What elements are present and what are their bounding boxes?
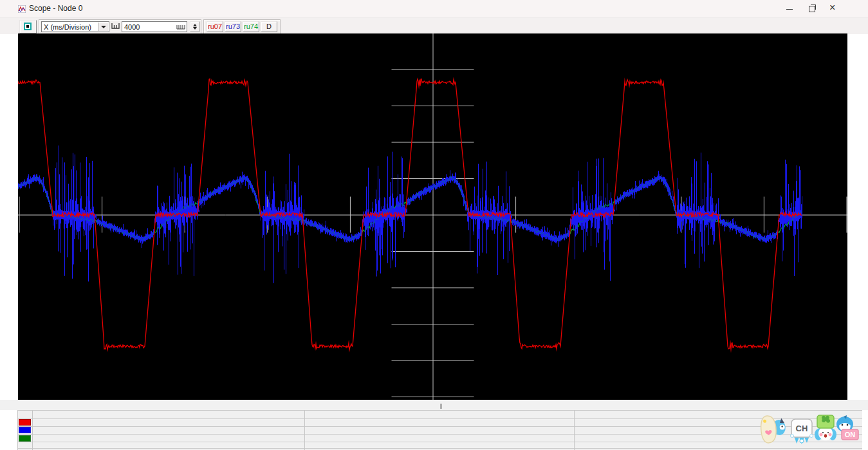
x-axis-select[interactable]: X (ms/Division)	[41, 21, 109, 32]
ruler-small-icon	[176, 24, 185, 30]
channel-button-d[interactable]: D	[261, 21, 277, 32]
toolbar: X (ms/Division) ru07 ru73 ru74 D	[0, 18, 868, 34]
stop-button[interactable]	[19, 20, 37, 33]
channel-button-ru07[interactable]: ru07	[207, 21, 223, 32]
channel-label: ru73	[226, 23, 240, 30]
ruler-icon	[111, 23, 120, 30]
sticker-heart-sign[interactable]	[759, 414, 788, 444]
spinner-up-icon	[193, 24, 197, 26]
minimize-button[interactable]	[780, 0, 799, 17]
close-button[interactable]: ×	[824, 0, 844, 17]
channel-button-ru74[interactable]: ru74	[243, 21, 259, 32]
channel-label: ru74	[244, 23, 258, 30]
stop-icon	[24, 23, 32, 30]
table-divider	[304, 410, 305, 450]
division-input[interactable]	[123, 23, 174, 31]
channel-label: D	[266, 23, 272, 30]
table-divider	[17, 410, 18, 450]
channel-swatch-green[interactable]	[19, 435, 31, 442]
spinner-down-icon	[193, 27, 197, 30]
scope-canvas[interactable]	[18, 33, 847, 400]
chevron-down-icon[interactable]	[98, 23, 108, 31]
table-line	[17, 448, 862, 449]
restore-button[interactable]	[802, 0, 822, 17]
axis-settings-group: X (ms/Division)	[39, 19, 201, 34]
table-line	[17, 418, 862, 419]
division-spinner[interactable]	[190, 21, 199, 32]
division-input-wrap	[122, 21, 187, 32]
sticker-on-label: ON	[845, 431, 856, 438]
sticker-ch-sign[interactable]: CH	[789, 417, 815, 445]
sticker-on-sign[interactable]: ON	[834, 415, 861, 444]
channel-swatch-red[interactable]	[19, 419, 31, 426]
table-divider	[574, 410, 575, 450]
table-line	[17, 410, 862, 411]
titlebar: Scope - Node 0 ×	[0, 0, 868, 18]
close-icon: ×	[829, 2, 835, 14]
channel-swatch-blue[interactable]	[19, 427, 31, 433]
scrollbar-thumb[interactable]	[440, 404, 442, 409]
table-line	[17, 442, 862, 442]
minimize-icon	[786, 9, 793, 10]
channel-buttons-group: ru07 ru73 ru74 D	[203, 19, 281, 34]
channel-button-ru73[interactable]: ru73	[225, 21, 241, 32]
plot-h-scrollbar[interactable]	[0, 400, 868, 410]
app-icon	[18, 5, 26, 13]
legend-table	[17, 410, 862, 450]
channel-label: ru07	[208, 23, 222, 30]
sticker-ch-label: CH	[796, 424, 808, 433]
table-divider	[32, 410, 33, 450]
window-title: Scope - Node 0	[29, 4, 82, 13]
table-line	[17, 426, 862, 427]
x-axis-select-value: X (ms/Division)	[44, 23, 91, 31]
restore-icon	[809, 6, 815, 12]
scope-window: Scope - Node 0 × X (ms/Division)	[0, 0, 868, 450]
table-line	[17, 434, 862, 435]
